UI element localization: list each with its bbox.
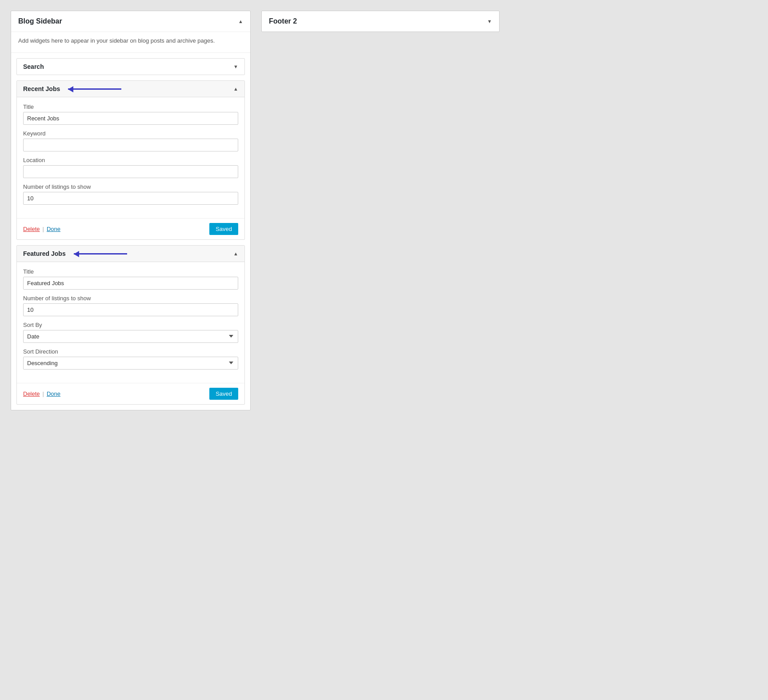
featured-jobs-link-separator: |	[43, 390, 44, 397]
recent-jobs-title: Recent Jobs	[23, 85, 60, 92]
recent-jobs-keyword-input[interactable]	[23, 139, 238, 151]
featured-jobs-sortby-label: Sort By	[23, 322, 238, 328]
footer2-title: Footer 2	[269, 17, 297, 25]
recent-jobs-location-label: Location	[23, 157, 238, 163]
featured-jobs-widget-body: Title Number of listings to show Sort By…	[17, 262, 244, 381]
footer2-card: Footer 2 ▼	[261, 11, 500, 32]
recent-jobs-title-input[interactable]	[23, 112, 238, 125]
featured-jobs-listings-label: Number of listings to show	[23, 295, 238, 302]
recent-jobs-keyword-group: Keyword	[23, 130, 238, 151]
recent-jobs-arrow-annotation	[68, 85, 121, 92]
recent-jobs-widget: Recent Jobs ▲ Title	[16, 80, 245, 240]
featured-jobs-saved-button[interactable]: Saved	[209, 388, 238, 400]
featured-jobs-listings-group: Number of listings to show	[23, 295, 238, 316]
recent-jobs-listings-group: Number of listings to show	[23, 183, 238, 205]
recent-jobs-title-label: Title	[23, 103, 238, 110]
recent-jobs-saved-button[interactable]: Saved	[209, 223, 238, 235]
featured-jobs-sortdirection-select[interactable]: Descending Ascending	[23, 357, 238, 370]
featured-jobs-arrow-line	[74, 253, 127, 255]
featured-jobs-delete-link[interactable]: Delete	[23, 390, 40, 397]
recent-jobs-widget-header[interactable]: Recent Jobs ▲	[17, 81, 244, 97]
featured-jobs-footer-links: Delete | Done	[23, 390, 60, 397]
featured-jobs-title-label: Title	[23, 268, 238, 275]
recent-jobs-arrow-line	[68, 88, 121, 90]
recent-jobs-keyword-label: Keyword	[23, 130, 238, 137]
featured-jobs-header-left: Featured Jobs	[23, 250, 127, 257]
blog-sidebar-card: Blog Sidebar ▲ Add widgets here to appea…	[11, 11, 251, 410]
featured-jobs-done-link[interactable]: Done	[47, 390, 60, 397]
featured-jobs-title: Featured Jobs	[23, 250, 66, 257]
blog-sidebar-header[interactable]: Blog Sidebar ▲	[11, 11, 250, 32]
recent-jobs-link-separator: |	[43, 226, 44, 232]
blog-sidebar-collapse-icon: ▲	[238, 19, 243, 24]
blog-sidebar-title: Blog Sidebar	[18, 17, 62, 25]
recent-jobs-header-left: Recent Jobs	[23, 85, 121, 92]
featured-jobs-sortby-group: Sort By Date Title Random	[23, 322, 238, 343]
blog-sidebar-description: Add widgets here to appear in your sideb…	[11, 32, 250, 53]
footer2-header[interactable]: Footer 2 ▼	[262, 11, 499, 32]
featured-jobs-listings-input[interactable]	[23, 303, 238, 316]
recent-jobs-location-input[interactable]	[23, 165, 238, 178]
recent-jobs-widget-footer: Delete | Done Saved	[17, 218, 244, 239]
search-widget-title: Search	[23, 63, 44, 70]
featured-jobs-arrow-annotation	[74, 250, 127, 257]
featured-jobs-widget-footer: Delete | Done Saved	[17, 383, 244, 404]
featured-jobs-sortdirection-group: Sort Direction Descending Ascending	[23, 348, 238, 370]
featured-jobs-sortdirection-label: Sort Direction	[23, 348, 238, 355]
recent-jobs-listings-input[interactable]	[23, 192, 238, 205]
recent-jobs-collapse-icon: ▲	[233, 86, 238, 91]
featured-jobs-title-input[interactable]	[23, 277, 238, 290]
recent-jobs-done-link[interactable]: Done	[47, 226, 60, 232]
recent-jobs-footer-links: Delete | Done	[23, 226, 60, 232]
recent-jobs-title-group: Title	[23, 103, 238, 125]
featured-jobs-collapse-icon: ▲	[233, 251, 238, 256]
left-panel: Blog Sidebar ▲ Add widgets here to appea…	[11, 11, 251, 410]
featured-jobs-title-group: Title	[23, 268, 238, 290]
recent-jobs-delete-link[interactable]: Delete	[23, 226, 40, 232]
recent-jobs-widget-body: Title Keyword Location Num	[17, 97, 244, 216]
search-widget-collapse-icon: ▼	[233, 64, 238, 69]
footer2-collapse-icon: ▼	[487, 19, 492, 24]
recent-jobs-location-group: Location	[23, 157, 238, 178]
search-widget-header[interactable]: Search ▼	[17, 59, 244, 75]
featured-jobs-widget: Featured Jobs ▲ Title	[16, 245, 245, 405]
featured-jobs-widget-header[interactable]: Featured Jobs ▲	[17, 246, 244, 262]
search-widget: Search ▼	[16, 58, 245, 75]
right-panel: Footer 2 ▼	[261, 11, 500, 410]
recent-jobs-listings-label: Number of listings to show	[23, 183, 238, 190]
featured-jobs-sortby-select[interactable]: Date Title Random	[23, 330, 238, 343]
